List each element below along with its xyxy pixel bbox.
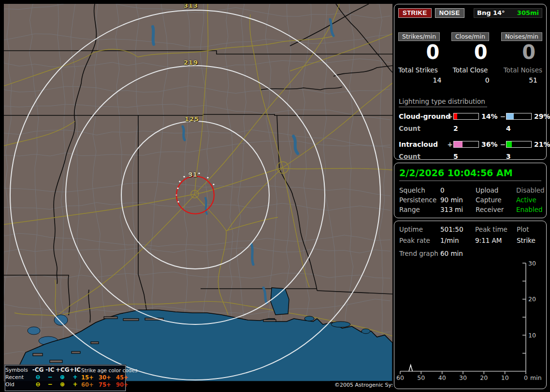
minus-sign: − [500, 140, 506, 148]
uptime-value: 501:50 [440, 224, 475, 235]
intracloud-label: Intracloud [399, 140, 447, 148]
intracloud-row: Intracloud + 36% − 21% [399, 140, 542, 148]
peak-time-label: Peak time [475, 224, 517, 235]
strikes-per-min-value: 0 [398, 42, 446, 62]
stats-row: Uptime 501:50 Peak time Plot [399, 224, 541, 235]
rate-counters: Strikes/min 0 Total Strikes 14 Close/min… [398, 32, 542, 84]
noises-per-min-chip: Noises/min [501, 32, 542, 41]
cloud-ground-row: Cloud-ground + 14% − 29% [399, 112, 542, 120]
legend-row-recent: Recent [5, 374, 31, 380]
age-15: 15+ [81, 374, 99, 381]
plot-value: Strike [517, 235, 541, 246]
y-tick-10: 10 [528, 332, 536, 339]
ring-label-31: 31 [188, 171, 198, 178]
cg-minus-pct: 29% [532, 112, 550, 120]
plot-label: Plot [517, 224, 541, 235]
neg-ic-old-icon: − [44, 382, 56, 387]
legend-col-neg-ic: -IC [44, 367, 56, 373]
cloud-ground-label: Cloud-ground [399, 112, 447, 120]
uptime-label: Uptime [399, 224, 440, 235]
cg-plus-count: 2 [453, 125, 500, 132]
strikes-counter: Strikes/min 0 Total Strikes 14 [398, 32, 446, 84]
datetime-display: 2/2/2026 10:04:56 AM [399, 168, 541, 178]
bearing-display: Bng 14° 305mi [474, 8, 542, 18]
close-per-min-chip: Close/min [451, 32, 489, 41]
cg-minus-bar [506, 113, 532, 120]
peak-rate-label: Peak rate [399, 235, 440, 246]
peak-rate-value: 1/min [440, 235, 475, 246]
trend-graph-period: 60 min [440, 250, 541, 257]
age-90: 90+ [116, 381, 132, 388]
minus-sign: − [500, 112, 506, 120]
bearing-label: Bng 14° [477, 9, 505, 16]
cg-plus-pct: 14% [479, 112, 500, 120]
count-label: Count [399, 153, 447, 160]
neg-cg-recent-icon: ⊖ [31, 375, 44, 380]
persistence-value: 90 min [440, 195, 476, 205]
trend-graph-label: Trend graph [399, 250, 440, 257]
legend-row-old: Old [5, 381, 31, 388]
total-close-label: Total Close [446, 66, 494, 74]
x-tick-50: 50 [417, 374, 425, 381]
settings-row: Range 313 mi Receiver Enabled [399, 205, 541, 214]
strike-button[interactable]: STRIKE [398, 8, 432, 18]
cloud-ground-count-row: Count 2 4 [399, 125, 542, 132]
x-tick-40: 40 [438, 374, 446, 381]
x-tick-60: 60 [396, 374, 404, 381]
receiver-status: Enabled [516, 205, 543, 214]
count-label: Count [399, 125, 447, 132]
pos-ic-recent-icon: + [69, 375, 81, 380]
pos-cg-old-icon: ⊕ [56, 382, 69, 387]
ic-minus-bar [506, 141, 532, 148]
plus-sign: + [447, 112, 453, 120]
ic-plus-pct: 36% [479, 140, 500, 148]
close-per-min-value: 0 [446, 42, 494, 62]
age-45: 45+ [116, 374, 132, 381]
upload-label: Upload [476, 185, 516, 195]
neg-ic-recent-icon: − [44, 375, 56, 380]
pos-cg-recent-icon: ⊕ [56, 375, 69, 380]
settings-row: Persistence 90 min Capture Active [399, 195, 541, 205]
settings-row: Squelch 0 Upload Disabled [399, 185, 541, 195]
squelch-value: 0 [440, 185, 476, 195]
cg-minus-count: 4 [506, 125, 550, 132]
squelch-label: Squelch [399, 185, 440, 195]
status-box: 2/2/2026 10:04:56 AM Squelch 0 Upload Di… [394, 163, 547, 218]
x-axis-unit: min [530, 374, 542, 381]
x-tick-30: 30 [459, 374, 467, 381]
persistence-label: Persistence [399, 195, 440, 205]
peak-time-value: 9:11 AM [475, 235, 517, 246]
age-60: 60+ [81, 381, 99, 388]
x-tick-20: 20 [480, 374, 488, 381]
strikes-per-min-chip: Strikes/min [398, 32, 440, 41]
lightning-map[interactable]: 313 219 125 31 [4, 4, 392, 381]
total-close-value: 0 [446, 76, 494, 84]
cg-plus-bar [453, 113, 479, 120]
intracloud-count-row: Count 5 3 [399, 153, 542, 160]
neg-cg-old-icon: ⊖ [31, 382, 44, 387]
x-tick-10: 10 [501, 374, 509, 381]
noise-button[interactable]: NOISE [435, 8, 464, 18]
ic-plus-count: 5 [453, 153, 500, 160]
stats-row: Peak rate 1/min 9:11 AM Strike [399, 235, 541, 246]
ic-plus-bar [453, 141, 479, 148]
trend-graph-row: Trend graph 60 min [399, 250, 541, 257]
ic-minus-pct: 21% [532, 140, 550, 148]
lightning-distribution: Lightning type distribution Cloud-ground… [399, 97, 542, 160]
range-label: Range [399, 205, 440, 214]
legend-col-pos-ic: +IC [69, 367, 81, 373]
bearing-range: 305mi [517, 9, 539, 16]
ring-label-219: 219 [184, 59, 198, 66]
app-window: 313 219 125 31 Symbols -CG -IC +CG +IC S… [0, 0, 550, 392]
total-noises-label: Total Noises [494, 66, 542, 74]
plus-sign: + [447, 140, 453, 148]
trend-box: Uptime 501:50 Peak time Plot Peak rate 1… [394, 221, 547, 389]
noises-counter: Noises/min 0 Total Noises 51 [494, 32, 542, 84]
capture-label: Capture [476, 195, 516, 205]
y-tick-20: 20 [528, 295, 536, 303]
ic-minus-count: 3 [506, 153, 550, 160]
close-counter: Close/min 0 Total Close 0 [446, 32, 494, 84]
total-strikes-value: 14 [398, 76, 446, 84]
total-strikes-label: Total Strikes [398, 66, 446, 74]
trend-chart: 10 20 30 60 50 40 30 20 10 0 min [396, 258, 542, 382]
